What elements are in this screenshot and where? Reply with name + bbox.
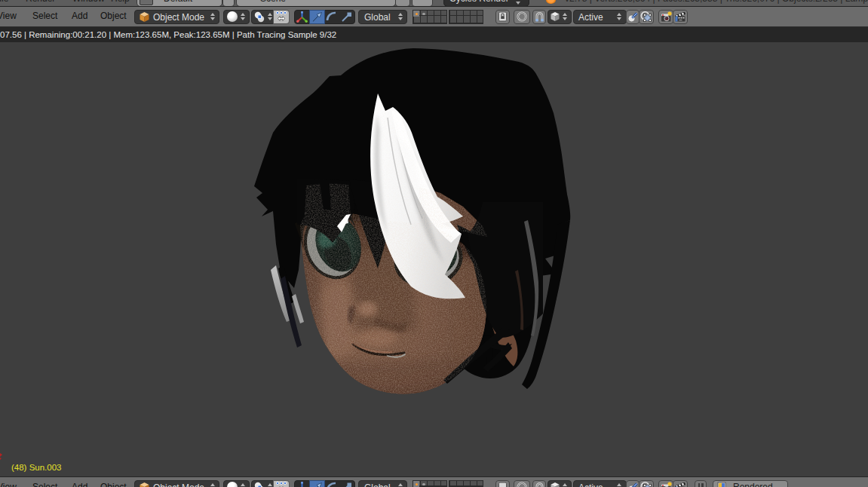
svg-text:(48) Sun.003: (48) Sun.003	[11, 463, 62, 472]
